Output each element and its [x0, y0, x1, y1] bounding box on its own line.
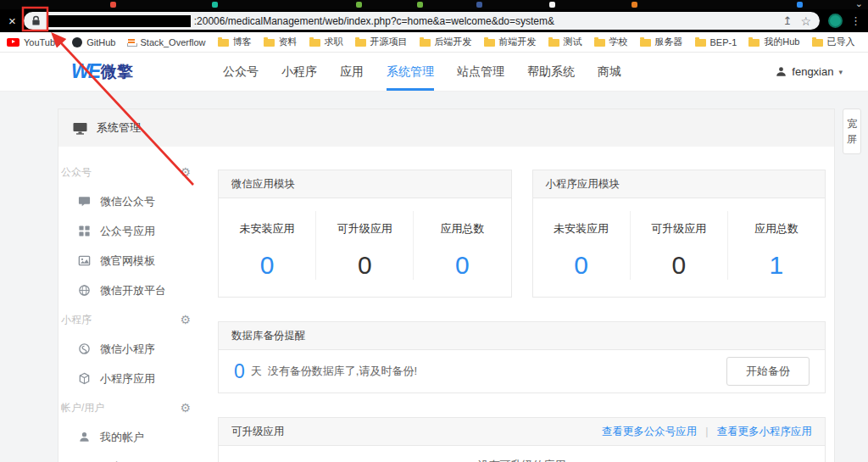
folder-icon [309, 39, 320, 47]
more-oa-apps-link[interactable]: 查看更多公众号应用 [602, 425, 698, 439]
nav-item-apps[interactable]: 应用 [340, 53, 364, 91]
redacted-host [48, 15, 191, 27]
address-bar[interactable]: :20006/medicalManagement/web/index.php?c… [24, 12, 820, 30]
tab-favicon [549, 2, 555, 8]
bookmark-folder[interactable]: 已导入 [812, 36, 855, 48]
stat-upgradable: 可升级应用 0 [630, 211, 727, 280]
stat-uninstalled: 未安装应用 0 [219, 211, 315, 280]
gear-icon[interactable]: ⚙ [180, 313, 191, 326]
grid-icon [78, 225, 91, 237]
user-icon [776, 66, 787, 77]
gear-icon[interactable]: ⚙ [180, 165, 191, 179]
system-management-panel: 系统管理 公众号 ⚙ 微信公众号 公众号应用 微官网模板 微信开放平台 [58, 109, 835, 462]
bookmark-star-icon[interactable]: ☆ [800, 14, 811, 28]
weengine-logo[interactable]: WE 微擎 [71, 53, 133, 91]
sidebar-item-oa-apps[interactable]: 公众号应用 [58, 216, 199, 246]
person-icon [78, 431, 91, 443]
sidebar-item-my-account[interactable]: 我的帐户 [58, 422, 199, 452]
github-icon [72, 37, 82, 47]
stat-value[interactable]: 1 [728, 251, 825, 280]
upgradable-apps-card: 可升级应用 查看更多公众号应用 | 查看更多小程序应用 没有可升级的应用 [218, 417, 826, 462]
start-backup-button[interactable]: 开始备份 [726, 357, 810, 386]
bookmark-folder[interactable]: 学校 [594, 36, 628, 48]
nav-item-site-management[interactable]: 站点管理 [457, 53, 504, 91]
widescreen-toggle[interactable]: 宽屏 [843, 109, 861, 154]
gear-icon[interactable]: ⚙ [180, 401, 191, 415]
bookmark-stackoverflow[interactable]: Stack_Overflow [127, 37, 205, 47]
tab-favicon [356, 2, 362, 8]
sidebar-item-miniprogram-apps[interactable]: 小程序应用 [58, 364, 199, 393]
stat-value[interactable]: 0 [219, 251, 315, 280]
divider: | [705, 426, 708, 437]
lock-icon[interactable] [31, 15, 41, 26]
bookmark-folder[interactable]: 服务器 [640, 36, 683, 48]
bookmark-folder[interactable]: 前端开发 [484, 36, 537, 48]
sidebar-item-user-management[interactable]: 用户管理 [58, 452, 199, 462]
backup-reminder-card: 数据库备份提醒 0 天 没有备份数据库了,请及时备份! 开始备份 [218, 321, 826, 393]
sidebar-item-wechat-miniprogram[interactable]: 微信小程序 [58, 334, 199, 364]
stat-value[interactable]: 0 [533, 251, 630, 280]
panel-title: 系统管理 [97, 120, 141, 136]
folder-icon [484, 39, 495, 47]
bookmark-github[interactable]: GitHub [72, 37, 115, 47]
folder-icon [594, 39, 605, 47]
folder-icon [640, 39, 651, 47]
browser-profile-avatar[interactable] [828, 14, 843, 28]
logo-mark: WE [71, 60, 99, 83]
bookmark-folder[interactable]: 测试 [548, 36, 582, 48]
nav-item-help-system[interactable]: 帮助系统 [527, 53, 575, 91]
nav-item-miniprogram[interactable]: 小程序 [281, 53, 317, 91]
user-menu[interactable]: fengxian ▾ [776, 53, 843, 91]
caret-down-icon: ▾ [838, 68, 843, 76]
folder-icon [695, 39, 706, 47]
url-text[interactable]: :20006/medicalManagement/web/index.php?c… [194, 15, 775, 27]
top-nav: 公众号 小程序 应用 系统管理 站点管理 帮助系统 商城 [223, 53, 621, 91]
browser-tab-strip: ⌄ [0, 0, 868, 9]
stat-value: 0 [316, 251, 413, 280]
nav-item-system-management[interactable]: 系统管理 [387, 53, 434, 91]
bookmark-youtube[interactable]: YouTube [7, 37, 60, 47]
card-header: 微信应用模块 [219, 170, 511, 198]
bookmark-folder[interactable]: 求职 [309, 36, 343, 48]
bookmark-folder[interactable]: 博客 [218, 36, 252, 48]
backup-days: 0 [234, 360, 245, 383]
monitor-icon [73, 122, 87, 135]
main-content: 微信应用模块 未安装应用 0 可升级应用 0 应用总数 0 [199, 147, 834, 462]
stat-upgradable: 可升级应用 0 [315, 211, 413, 280]
nav-item-official-account[interactable]: 公众号 [223, 53, 259, 91]
stat-value[interactable]: 0 [414, 251, 510, 280]
share-icon[interactable]: ↥ [783, 14, 793, 27]
bookmarks-bar: YouTube GitHub Stack_Overflow 博客 资料 求职 开… [0, 32, 868, 53]
tab-favicon [476, 2, 482, 8]
bookmark-folder[interactable]: 我的Hub [748, 36, 799, 48]
sidebar-section-accounts-users: 帐户/用户 ⚙ [58, 393, 199, 422]
folder-icon [548, 39, 559, 47]
empty-state-text: 没有可升级的应用 [219, 446, 825, 462]
close-icon[interactable]: × [8, 14, 16, 27]
nav-item-mall[interactable]: 商城 [598, 53, 621, 91]
stat-value: 0 [631, 251, 727, 280]
panel-title-bar: 系统管理 [58, 109, 834, 147]
folder-icon [264, 39, 275, 47]
chevron-down-icon[interactable]: ⌄ [855, 0, 863, 9]
sidebar-item-open-platform[interactable]: 微信开放平台 [58, 276, 199, 305]
stat-uninstalled: 未安装应用 0 [533, 211, 630, 280]
bookmark-folder[interactable]: BEP-1 [695, 37, 737, 47]
sidebar: 公众号 ⚙ 微信公众号 公众号应用 微官网模板 微信开放平台 小程序 ⚙ [58, 147, 199, 462]
stat-total: 应用总数 0 [413, 211, 510, 280]
tab-favicon [212, 2, 218, 8]
bookmark-folder[interactable]: 后端开发 [420, 36, 472, 48]
card-header: 小程序应用模块 [533, 170, 826, 198]
logo-text: 微擎 [101, 61, 133, 83]
sidebar-item-wechat-oa[interactable]: 微信公众号 [58, 186, 199, 216]
card-header: 数据库备份提醒 [219, 322, 825, 350]
browser-url-row: × :20006/medicalManagement/web/index.php… [0, 9, 868, 32]
sidebar-item-site-template[interactable]: 微官网模板 [58, 246, 199, 276]
bookmark-folder[interactable]: 资料 [264, 36, 298, 48]
browser-menu-icon[interactable]: ⋮ [850, 14, 861, 27]
more-miniprogram-apps-link[interactable]: 查看更多小程序应用 [717, 425, 813, 439]
bookmark-folder[interactable]: 开源项目 [355, 36, 408, 48]
wechat-module-card: 微信应用模块 未安装应用 0 可升级应用 0 应用总数 0 [218, 170, 512, 298]
box-icon [78, 372, 91, 385]
stat-total: 应用总数 1 [727, 211, 825, 280]
